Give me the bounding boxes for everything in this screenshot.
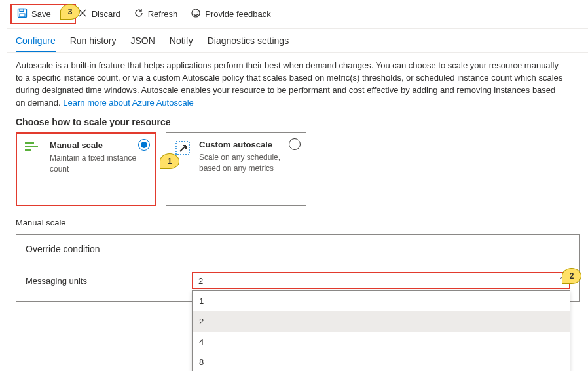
refresh-button[interactable]: Refresh — [128, 5, 183, 23]
save-button[interactable]: Save — [12, 5, 56, 23]
custom-radio[interactable] — [289, 138, 301, 150]
tab-run-history[interactable]: Run history — [70, 35, 117, 52]
refresh-icon — [134, 8, 144, 20]
callout-1: 1 — [160, 153, 179, 169]
messaging-units-dropdown: 1 2 4 8 — [192, 290, 570, 371]
svg-rect-1 — [20, 9, 24, 12]
option-8[interactable]: 8 — [193, 352, 570, 371]
tab-diagnostics[interactable]: Diagnostics settings — [208, 35, 289, 52]
tab-configure[interactable]: Configure — [16, 35, 56, 52]
svg-point-5 — [192, 9, 200, 17]
override-condition: Override condition — [16, 235, 579, 264]
svg-point-7 — [197, 12, 198, 13]
custom-sub: Scale on any schedule, based on any metr… — [199, 152, 298, 173]
manual-radio[interactable] — [138, 139, 150, 151]
manual-scale-icon — [25, 140, 43, 198]
tab-bar: Configure Run history JSON Notify Diagno… — [7, 29, 588, 53]
custom-title: Custom autoscale — [199, 140, 298, 149]
svg-rect-2 — [20, 14, 25, 17]
scale-section-title: Choose how to scale your resource — [7, 113, 588, 132]
tab-notify[interactable]: Notify — [170, 35, 193, 52]
manual-scale-card[interactable]: Manual scale Maintain a fixed instance c… — [16, 132, 156, 206]
callout-3: 3 — [60, 4, 80, 20]
custom-autoscale-card[interactable]: Custom autoscale Scale on any schedule, … — [166, 132, 306, 206]
svg-rect-10 — [25, 149, 31, 151]
manual-sub: Maintain a fixed instance count — [50, 153, 147, 174]
save-label: Save — [31, 9, 51, 19]
custom-autoscale-icon — [174, 140, 193, 199]
messaging-units-select[interactable]: 2 ˄ 1 2 4 8 — [192, 272, 570, 289]
option-2[interactable]: 2 — [193, 311, 570, 332]
discard-label: Discard — [92, 9, 120, 19]
messaging-units-label: Messaging units — [26, 276, 185, 286]
manual-title: Manual scale — [50, 140, 147, 150]
svg-rect-8 — [25, 142, 34, 144]
manual-scale-panel: Override condition Messaging units 2 ˄ 1… — [16, 234, 580, 302]
autoscale-description: Autoscale is a built-in feature that hel… — [7, 53, 576, 113]
messaging-units-value: 2 — [198, 276, 203, 286]
feedback-button[interactable]: Provide feedback — [185, 5, 276, 23]
manual-scale-heading: Manual scale — [7, 206, 588, 231]
option-4[interactable]: 4 — [193, 332, 570, 352]
svg-point-6 — [194, 12, 195, 13]
learn-more-link[interactable]: Learn more about Azure Autoscale — [63, 98, 193, 107]
feedback-label: Provide feedback — [205, 9, 270, 19]
option-1[interactable]: 1 — [193, 291, 570, 311]
smiley-icon — [191, 8, 201, 20]
save-icon — [17, 8, 28, 20]
tab-json[interactable]: JSON — [131, 35, 155, 52]
callout-2: 2 — [562, 268, 581, 284]
toolbar: Save Discard Refresh Provide feedback — [7, 0, 588, 29]
scale-options: Manual scale Maintain a fixed instance c… — [7, 132, 588, 206]
refresh-label: Refresh — [148, 9, 178, 19]
svg-rect-9 — [25, 146, 38, 147]
discard-button[interactable]: Discard — [72, 5, 126, 23]
